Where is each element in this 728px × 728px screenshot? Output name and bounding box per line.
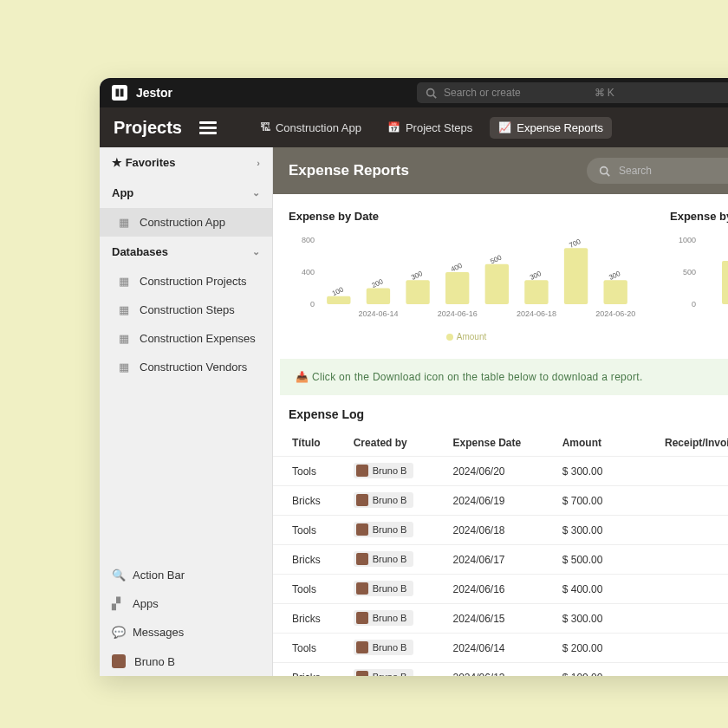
expense-log-table: TítuloCreated byExpense DateAmountReceip… (273, 430, 728, 676)
table-header[interactable]: Created by (345, 430, 445, 457)
cell-created-by: Bruno B (345, 604, 445, 634)
cell-title: Tools (273, 634, 345, 663)
table-row[interactable]: ToolsBruno B2024/06/16$ 400.00 (273, 575, 728, 604)
global-search-input[interactable]: Search or create ⌘ K (417, 82, 728, 103)
avatar (356, 641, 368, 653)
sidebar-item-construction-expenses[interactable]: ▦ Construction Expenses (100, 324, 272, 353)
avatar (356, 494, 368, 506)
cell-receipt[interactable] (627, 486, 728, 516)
cell-date: 2024/06/20 (444, 457, 553, 486)
tab-label: Project Steps (406, 121, 472, 134)
menu-icon[interactable] (199, 121, 217, 134)
cell-receipt[interactable] (627, 516, 728, 545)
sidebar-item-construction-projects[interactable]: ▦ Construction Projects (100, 267, 272, 296)
chevron-down-icon: ⌄ (252, 246, 260, 257)
cell-receipt[interactable] (627, 634, 728, 663)
svg-rect-32 (722, 261, 728, 304)
sidebar-favorites[interactable]: ★ Favorites › (100, 147, 272, 178)
cell-date: 2024/06/19 (444, 486, 553, 516)
table-row[interactable]: ToolsBruno B2024/06/14$ 200.00 (273, 634, 728, 663)
table-icon: ▦ (119, 275, 131, 288)
table-row[interactable]: ToolsBruno B2024/06/20$ 300.00 (273, 457, 728, 486)
search-placeholder: Search or create (444, 87, 588, 99)
table-row[interactable]: BricksBruno B2024/06/19$ 700.00 (273, 486, 728, 516)
avatar (356, 523, 368, 536)
cell-receipt[interactable] (627, 457, 728, 486)
cell-receipt[interactable] (627, 575, 728, 604)
user-chip[interactable]: Bruno B (354, 492, 414, 508)
chart-icon: 📈 (498, 121, 511, 133)
cell-created-by: Bruno B (345, 457, 445, 486)
user-chip[interactable]: Bruno B (354, 610, 414, 626)
table-header[interactable]: Receipt/Invoice (627, 430, 728, 457)
cell-title: Bricks (273, 486, 345, 516)
tab-project-steps[interactable]: 📅 Project Steps (379, 117, 481, 139)
table-icon: ▦ (119, 303, 131, 316)
table-row[interactable]: BricksBruno B2024/06/15$ 300.00 (273, 604, 728, 634)
user-chip[interactable]: Bruno B (354, 581, 414, 596)
svg-rect-9 (327, 296, 350, 304)
page-search-input[interactable]: Search (587, 158, 728, 184)
chart-legend: Amount (289, 332, 644, 341)
cell-created-by: Bruno B (345, 545, 445, 575)
search-shortcut: ⌘ K (595, 87, 729, 99)
user-chip[interactable]: Bruno B (354, 463, 414, 478)
svg-text:300: 300 (410, 270, 424, 282)
bar-chart: 05001000 (670, 233, 728, 328)
sidebar: ★ Favorites › App ⌄ ▦ Construction App D… (100, 147, 273, 676)
sidebar-item-construction-vendors[interactable]: ▦ Construction Vendors (100, 353, 272, 381)
cell-title: Tools (273, 575, 345, 604)
message-icon: 💬 (112, 626, 124, 639)
bar-chart: 04008001002003004005003007003002024-06-1… (289, 233, 644, 328)
svg-rect-15 (445, 272, 469, 304)
sidebar-app-header[interactable]: App ⌄ (100, 178, 272, 208)
svg-rect-23 (604, 280, 627, 304)
table-header[interactable]: Amount (554, 430, 627, 457)
user-chip[interactable]: Bruno B (354, 522, 414, 537)
sidebar-action-bar[interactable]: 🔍 Action Bar (100, 561, 272, 589)
cell-amount: $ 100.00 (554, 663, 627, 677)
sidebar-apps[interactable]: ▞ Apps (100, 589, 272, 618)
sidebar-item-construction-app[interactable]: ▦ Construction App (100, 208, 272, 237)
svg-text:100: 100 (331, 285, 345, 297)
table-row[interactable]: ToolsBruno B2024/06/18$ 300.00 (273, 516, 728, 545)
calendar-icon: 📅 (387, 121, 400, 133)
cell-amount: $ 300.00 (554, 457, 627, 486)
svg-text:200: 200 (370, 277, 384, 289)
tab-construction-app[interactable]: 🏗 Construction App (251, 117, 370, 139)
user-chip[interactable]: Bruno B (354, 669, 414, 676)
cell-date: 2024/06/13 (444, 663, 553, 677)
svg-text:500: 500 (489, 253, 503, 265)
sidebar-user[interactable]: Bruno B (100, 647, 272, 676)
sidebar-item-construction-steps[interactable]: ▦ Construction Steps (100, 296, 272, 324)
tab-label: Construction App (276, 121, 361, 134)
table-header[interactable]: Título (273, 430, 345, 457)
svg-text:400: 400 (450, 262, 464, 274)
cell-created-by: Bruno B (345, 516, 445, 545)
user-chip[interactable]: Bruno B (354, 640, 414, 655)
cell-receipt[interactable] (627, 604, 728, 634)
cell-date: 2024/06/18 (444, 516, 553, 545)
table-header[interactable]: Expense Date (444, 430, 553, 457)
cell-receipt[interactable] (627, 663, 728, 677)
cell-title: Bricks (273, 545, 345, 575)
cell-receipt[interactable] (627, 545, 728, 575)
construction-icon: 🏗 (260, 121, 270, 133)
user-chip[interactable]: Bruno B (354, 551, 414, 567)
sidebar-messages[interactable]: 💬 Messages (100, 618, 272, 647)
page-title: Expense Reports (289, 162, 569, 179)
cell-date: 2024/06/17 (444, 545, 553, 575)
topbar: Jestor Search or create ⌘ K (100, 78, 728, 107)
svg-text:0: 0 (310, 300, 315, 309)
nav-title: Projects (114, 118, 182, 138)
avatar (356, 612, 368, 624)
svg-rect-13 (406, 280, 429, 304)
cell-amount: $ 200.00 (554, 634, 627, 663)
tab-expense-reports[interactable]: 📈 Expense Reports (490, 117, 612, 139)
cell-date: 2024/06/14 (444, 634, 553, 663)
sidebar-databases-header[interactable]: Databases ⌄ (100, 237, 272, 267)
table-row[interactable]: BricksBruno B2024/06/17$ 500.00 (273, 545, 728, 575)
app-icon: ▦ (119, 216, 131, 229)
table-row[interactable]: BricksBruno B2024/06/13$ 100.00 (273, 663, 728, 677)
svg-rect-0 (116, 89, 120, 97)
